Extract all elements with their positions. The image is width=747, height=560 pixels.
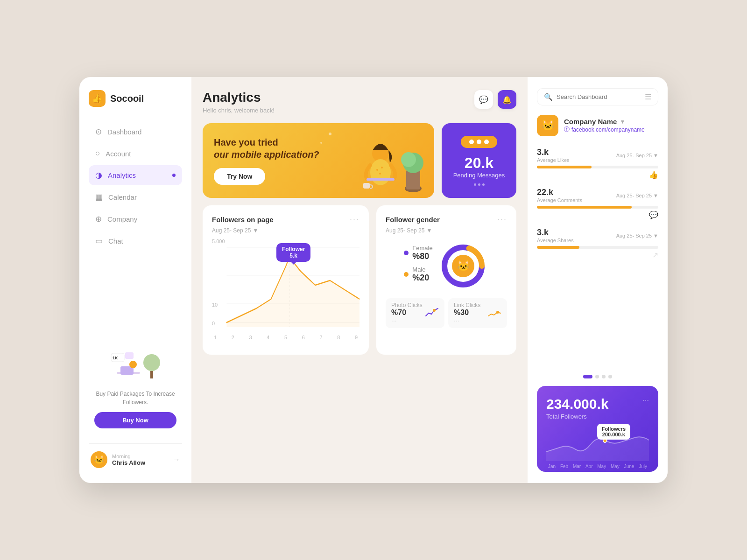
user-avatar: 🐱 xyxy=(91,451,107,468)
sidebar-promo: 1K Buy Paid Packages To Increase Followe… xyxy=(89,341,182,436)
svg-point-11 xyxy=(401,152,416,167)
stat-row-likes: 3.k Average Likes Aug 25- Sep 25 ▼ 👍 xyxy=(537,147,658,179)
user-name: Chris Allow xyxy=(112,459,168,466)
svg-marker-24 xyxy=(227,257,359,327)
followers-tooltip: Followers 200.000.k xyxy=(597,424,630,440)
svg-point-16 xyxy=(379,173,381,175)
company-dropdown-icon[interactable]: ▼ xyxy=(620,119,625,125)
sidebar-item-company[interactable]: ⊕ Company xyxy=(89,209,182,229)
svg-point-0 xyxy=(143,354,160,371)
stat-date-comments[interactable]: Aug 25- Sep 25 ▼ xyxy=(616,193,658,198)
svg-point-30 xyxy=(433,309,436,312)
stats-row: Followers on page ··· Aug 25- Sep 25 ▼ 5… xyxy=(203,205,516,355)
total-followers-label: Total Followers xyxy=(546,413,608,420)
gender-card: Follower gender ··· Aug 25- Sep 25 ▼ Fem… xyxy=(376,205,516,355)
followers-chart-card: Followers on page ··· Aug 25- Sep 25 ▼ 5… xyxy=(203,205,369,355)
company-card: 🐱 Company Name ▼ ⓕ facebook.com/companyn… xyxy=(537,115,658,136)
svg-rect-1 xyxy=(150,371,153,378)
chart-title: Followers on page xyxy=(212,216,274,224)
user-greeting: Morning xyxy=(112,454,168,459)
promo-text: Buy Paid Packages To Increase Followers. xyxy=(94,390,176,406)
svg-point-4 xyxy=(129,361,137,368)
stat-row-comments: 22.k Average Comments Aug 25- Sep 25 ▼ 💬 xyxy=(537,188,658,219)
dot-1[interactable] xyxy=(583,375,592,378)
sidebar-item-chat[interactable]: ▭ Chat xyxy=(89,231,182,251)
pagination-dots xyxy=(537,375,658,378)
search-menu-icon[interactable]: ☰ xyxy=(645,92,651,101)
search-bar: 🔍 ☰ xyxy=(537,88,658,105)
female-legend: Female %80 xyxy=(404,245,432,261)
gender-date[interactable]: Aug 25- Sep 25 ▼ xyxy=(386,227,507,234)
sidebar-logo: 👍 Socooil xyxy=(89,90,182,107)
company-avatar: 🐱 xyxy=(537,115,558,136)
search-input[interactable] xyxy=(557,93,641,100)
logo-text: Socooil xyxy=(110,93,144,104)
svg-text:🐱: 🐱 xyxy=(457,259,470,272)
sidebar: 👍 Socooil ⊙ Dashboard ○ Account ◑ Analyt… xyxy=(79,77,191,483)
company-url[interactable]: ⓕ facebook.com/companyname xyxy=(564,126,645,133)
shares-action-icon[interactable]: ↗ xyxy=(537,251,658,259)
photo-clicks-card: Photo Clicks %70 ··· xyxy=(386,298,444,328)
message-button[interactable]: 💬 xyxy=(474,90,493,109)
promo-banner-heading: Have you tried our mobile application? xyxy=(214,136,319,161)
engagement-mini-cards: Photo Clicks %70 ··· xyxy=(386,298,507,328)
stat-date-likes[interactable]: Aug 25- Sep 25 ▼ xyxy=(616,153,658,158)
link-clicks-card: Link Clicks %30 ··· xyxy=(448,298,507,328)
logout-icon[interactable]: → xyxy=(173,455,180,464)
tf-months: Jan Feb Mar Apr May May June July xyxy=(546,461,649,472)
try-now-button[interactable]: Try Now xyxy=(214,168,265,185)
notification-button[interactable]: 🔔 xyxy=(498,90,516,109)
total-followers-number: 234.000.k xyxy=(546,396,608,412)
link-clicks-icon xyxy=(487,308,501,319)
sidebar-item-account[interactable]: ○ Account xyxy=(89,144,182,163)
sidebar-nav: ⊙ Dashboard ○ Account ◑ Analytics ▦ Cale… xyxy=(89,122,182,251)
chart-labels: 1 2 3 4 5 6 7 8 9 xyxy=(212,335,359,340)
sidebar-item-dashboard[interactable]: ⊙ Dashboard xyxy=(89,122,182,142)
promo-illustration xyxy=(341,128,434,198)
page-subtitle: Hello chris, welcome back! xyxy=(203,107,275,114)
app-container: 👍 Socooil ⊙ Dashboard ○ Account ◑ Analyt… xyxy=(79,77,668,483)
company-name: Company Name xyxy=(564,118,617,126)
pending-messages-card: 20.k Pending Messages xyxy=(442,123,516,198)
dot-2[interactable] xyxy=(595,375,599,378)
main-header: Analytics Hello chris, welcome back! 💬 🔔 xyxy=(203,90,516,114)
pending-bubble xyxy=(461,136,497,148)
sidebar-item-analytics[interactable]: ◑ Analytics xyxy=(89,165,182,185)
pending-label: Pending Messages xyxy=(453,172,505,179)
svg-point-31 xyxy=(496,311,499,314)
sidebar-user: 🐱 Morning Chris Allow → xyxy=(89,443,182,470)
gender-menu[interactable]: ··· xyxy=(497,215,507,224)
svg-rect-17 xyxy=(366,178,395,181)
chart-area: 5.000 10 0 Follower 5.k xyxy=(212,238,359,332)
analytics-icon: ◑ xyxy=(95,170,102,180)
donut-chart: Female %80 Male %20 xyxy=(386,240,507,292)
svg-point-15 xyxy=(381,167,383,168)
likes-action-icon[interactable]: 👍 xyxy=(537,170,658,179)
promo-banner-row: Have you tried our mobile application? T… xyxy=(203,123,516,198)
calendar-icon: ▦ xyxy=(95,192,103,202)
chart-date[interactable]: Aug 25- Sep 25 ▼ xyxy=(212,227,359,234)
stat-date-shares[interactable]: Aug 25- Sep 25 ▼ xyxy=(616,233,658,238)
total-followers-menu[interactable]: ··· xyxy=(643,396,649,405)
stats-section: 3.k Average Likes Aug 25- Sep 25 ▼ 👍 xyxy=(537,147,658,367)
total-followers-card: 234.000.k Total Followers ··· Followers … xyxy=(537,386,658,472)
svg-rect-18 xyxy=(363,183,370,189)
account-icon: ○ xyxy=(95,149,100,158)
svg-text:1K: 1K xyxy=(113,356,118,360)
follower-tooltip: Follower 5.k xyxy=(276,243,310,262)
header-actions: 💬 🔔 xyxy=(474,90,516,109)
main-content: Analytics Hello chris, welcome back! 💬 🔔… xyxy=(191,77,528,483)
stat-row-shares: 3.k Average Shares Aug 25- Sep 25 ▼ ↗ xyxy=(537,228,658,259)
buy-now-button[interactable]: Buy Now xyxy=(94,412,176,428)
company-icon: ⊕ xyxy=(95,214,102,224)
right-panel: 🔍 ☰ 🐱 Company Name ▼ ⓕ facebook.com/comp… xyxy=(528,77,668,483)
chart-menu[interactable]: ··· xyxy=(350,215,359,224)
promo-banner: Have you tried our mobile application? T… xyxy=(203,123,434,198)
pending-number: 20.k xyxy=(465,154,493,172)
dot-4[interactable] xyxy=(608,375,612,378)
comments-action-icon[interactable]: 💬 xyxy=(537,210,658,219)
logo-icon: 👍 xyxy=(89,90,106,107)
chat-icon: ▭ xyxy=(95,236,103,246)
dot-3[interactable] xyxy=(602,375,606,378)
sidebar-item-calendar[interactable]: ▦ Calendar xyxy=(89,187,182,207)
